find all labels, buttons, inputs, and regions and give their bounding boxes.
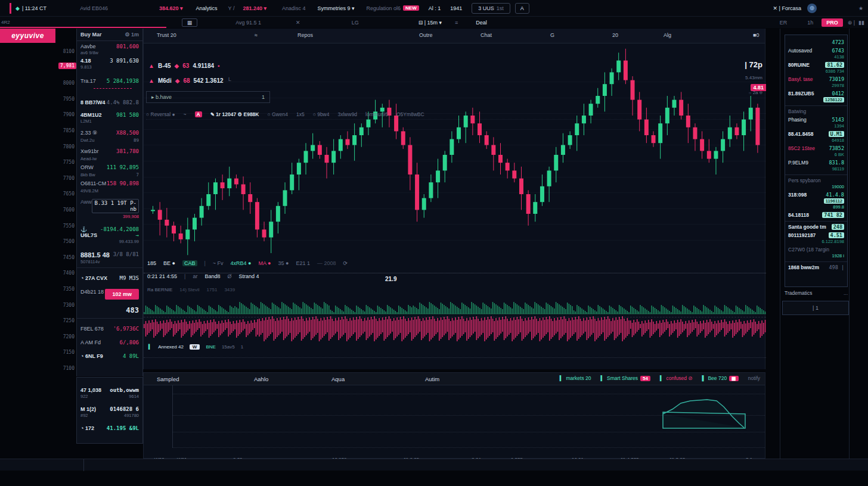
interval-dropdown[interactable]: ⊟ | 15m ▾ [418, 20, 442, 26]
anadisc-menu[interactable]: Anadisc 4 [282, 5, 306, 11]
chart-header-tab[interactable]: Outre [419, 32, 433, 38]
stats-row[interactable]: 85C2 1Stee73852 [788, 145, 844, 151]
watch-row[interactable]: 4.183 891,630 [77, 55, 142, 64]
bottom-tab[interactable]: Aqua [331, 376, 345, 382]
close-tab-icon[interactable]: ✕ [296, 20, 300, 26]
bottom-tab[interactable]: Sampled [157, 376, 179, 382]
open-order-row[interactable]: ▲M6di◆68542 1.3612└ [148, 77, 231, 84]
stats-row[interactable]: 88.41.8458U.M1 [788, 131, 844, 137]
watch-row[interactable]: 483 [77, 304, 142, 315]
stats-row[interactable]: Batwing [788, 108, 844, 114]
timeframe-label[interactable]: 1h [807, 20, 813, 26]
bottom-tool[interactable]: ▍confused ⊘ [660, 375, 693, 381]
bottom-tab[interactable]: Autim [425, 376, 439, 382]
stats-row[interactable]: 80111921874.51 [788, 232, 844, 238]
analytics-menu[interactable]: Analytics [196, 5, 218, 11]
stats-row[interactable]: Basyl. tase73019 [788, 76, 844, 82]
price1-dropdown[interactable]: 384.620 ▾ [159, 5, 183, 11]
watch-row[interactable]: AwwB.33 1 19T P-nb [77, 197, 142, 214]
stats-row[interactable]: 81.89ZUB50412 [788, 91, 844, 96]
watch-row[interactable]: Tra.175 284,1938 [77, 76, 142, 85]
watch-row-valuebox[interactable]: B.33 1 19T P-nb [92, 199, 139, 213]
stats-row[interactable]: 80RUINE81.62 [788, 62, 844, 68]
indicator-button[interactable]: lommur95 [365, 111, 388, 117]
price2-dropdown[interactable]: 281.240 ▾ [243, 5, 266, 11]
account-label[interactable]: ✕ | Forcasa [773, 5, 801, 11]
deal-button[interactable]: Deal [476, 20, 487, 26]
watch-row[interactable]: Dwt.2u89 [77, 136, 142, 144]
right-scroll-edge[interactable] [849, 29, 850, 459]
stats-row[interactable]: 318:09841.4.8 [788, 192, 844, 198]
brand-badge[interactable]: eyyuvive [0, 29, 55, 43]
indicator-button[interactable]: A [195, 111, 202, 117]
chart-header-tab[interactable]: Alg [664, 32, 671, 38]
indicator-button[interactable]: O5Ym8wBC [396, 111, 424, 117]
watch-row[interactable]: F8EL 678'6,9736C [77, 323, 142, 332]
order-size-box[interactable]: 3 UUS 1st [472, 3, 510, 14]
stats-row[interactable]: P.9ELM9831.8 [788, 160, 844, 166]
more-dots[interactable]: ... [844, 290, 848, 296]
menu-icon[interactable]: ≡ [455, 20, 458, 26]
pro-badge[interactable]: PRO [822, 18, 843, 27]
watch-row[interactable]: 4BM1U2981 580 [77, 110, 142, 119]
indicator-button[interactable]: 3xlww9d [337, 111, 357, 117]
watch-row[interactable]: A AM Fd6/,806 [77, 337, 142, 346]
watch-row[interactable]: Xw91br381,780 [77, 146, 142, 155]
a-mode-button[interactable]: A [515, 3, 529, 14]
stats-row[interactable]: Phasing5143 [788, 117, 844, 123]
chart-header-tab[interactable]: Repos [297, 32, 313, 38]
indicator-button[interactable]: ~ [184, 111, 187, 117]
watch-row[interactable]: D4b21 18102 mw [77, 286, 142, 300]
watch-row[interactable]: 8kb Bw7 [77, 171, 142, 178]
bottom-tool[interactable]: ▌Bee 720▦ [702, 375, 738, 381]
sell-button[interactable]: 102 mw [105, 289, 139, 300]
candlestick-plot[interactable]: ▲B-45◆634.91184▪▲M6di◆68542 1.3612└ ▸ b.… [144, 43, 766, 258]
watch-row[interactable]: O6811-CM158 90,898 [77, 178, 142, 187]
chart-header-tab[interactable]: ≈ [255, 32, 258, 38]
watch-row[interactable]: 8881.5 483/8 8/81 [77, 249, 142, 259]
stats-row[interactable]: Pers spybaron [788, 177, 844, 183]
indicator-button[interactable]: ○ 9bw4 [313, 111, 330, 117]
watch-row[interactable]: ◔ 27A CVXM9 M3S [77, 273, 142, 282]
chart-header-tab[interactable]: Trust 20 [157, 32, 176, 38]
watch-settings[interactable]: ⚙ 1m [125, 32, 139, 38]
stats-row[interactable]: C27W0 (18 7argin [788, 247, 844, 253]
globe-icon[interactable]: ⊕ [807, 4, 817, 13]
star-icon[interactable]: ★ [858, 5, 863, 11]
watch-footer-row[interactable]: ◔ 17241.195 &9L [77, 423, 142, 432]
stats-row[interactable]: Santa goode tm248 [788, 224, 844, 230]
watch-row[interactable]: Aead-lw [77, 155, 142, 162]
bottom-plot[interactable] [172, 385, 765, 448]
bottom-tab[interactable]: Aahlo [254, 376, 268, 382]
bottom-tool[interactable]: notify [748, 375, 760, 381]
watch-row[interactable]: 2.33 ⑨X88,500 [77, 127, 142, 136]
watch-row[interactable]: ◔ 6NL F94 89L [77, 351, 142, 360]
plus-icon[interactable]: ⊕ | [848, 20, 855, 26]
bottom-tool[interactable]: ▍Smart Shares54 [600, 375, 650, 381]
layout-tab[interactable]: ▦ [182, 18, 198, 27]
stats-row[interactable]: 4723 [788, 39, 844, 45]
chart-header-tab[interactable]: Chat [480, 32, 492, 38]
stats-row[interactable]: 1868 bww2m498 | [788, 264, 844, 270]
stats-row[interactable]: Autosaved6743 [788, 48, 844, 54]
regulation-menu[interactable]: Regulation ol6 [367, 5, 401, 11]
indicator-button[interactable]: 1x5 [296, 111, 305, 117]
indicator-button[interactable]: ○ Reversal ● [146, 111, 175, 117]
indicator-button[interactable]: ✎ 1r 12047 ⚙ E988K [210, 111, 259, 117]
chart-header-tab[interactable]: ■0 [753, 32, 759, 38]
columns-icon[interactable]: ▮▮ [858, 20, 864, 26]
bottom-tool[interactable]: ▍markets 20 [560, 375, 591, 381]
chart-header-tab[interactable]: 20 [612, 32, 618, 38]
indicator-button[interactable]: ○ Gwen4 [268, 111, 288, 117]
right-panel-input[interactable] [782, 301, 849, 315]
watch-footer-row[interactable]: 47 1,038outb,owwm [77, 385, 142, 394]
chart-header-tab[interactable]: G [550, 32, 554, 38]
stats-row[interactable]: 84.18118741 82 [788, 212, 844, 218]
symmetries-dropdown[interactable]: Symmetries 9 ▾ [318, 5, 355, 11]
watch-row[interactable]: ORW111 92,895 [77, 162, 142, 171]
watch-footer-row[interactable]: M 1(2)0146828 6 [77, 404, 142, 413]
open-order-row[interactable]: ▲B-45◆634.91184▪ [148, 63, 231, 69]
watch-row[interactable]: 49V8.2M [77, 187, 142, 194]
watch-row[interactable]: 8 BB7/W44.4% 882.8 [77, 97, 142, 106]
watch-row[interactable]: Aavbe801,600 [77, 41, 142, 50]
